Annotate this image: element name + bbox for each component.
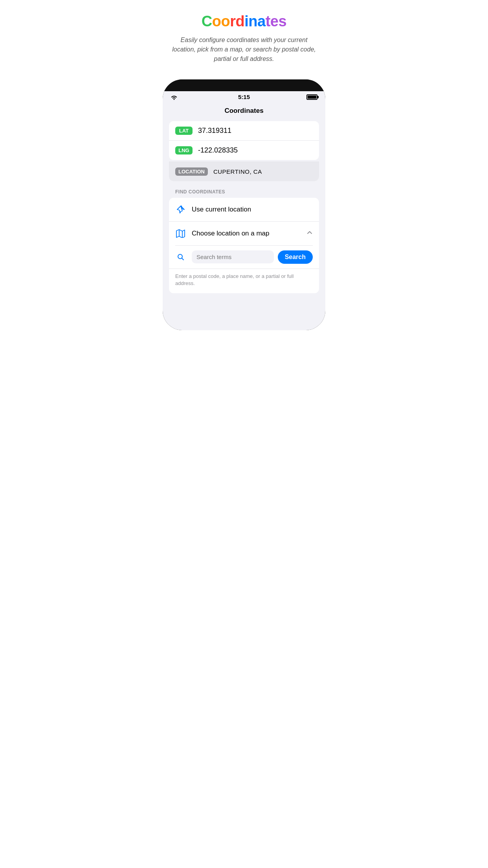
screen-content: Coordinates LAT 37.319311 LNG -122.02833… (163, 102, 325, 330)
location-value: CUPERTINO, CA (213, 168, 262, 175)
lat-value: 37.319311 (198, 127, 231, 135)
location-badge: LOCATION (175, 167, 208, 176)
battery-fill (308, 96, 316, 99)
choose-map-row[interactable]: Choose location on a map (169, 222, 319, 245)
search-icon (175, 252, 186, 263)
search-input[interactable] (196, 254, 269, 260)
search-hint: Enter a postal code, a place name, or a … (169, 269, 319, 293)
battery-icon (306, 94, 317, 100)
search-button[interactable]: Search (278, 250, 313, 264)
status-right (306, 94, 317, 100)
promo-subtitle: Easily configure coordinates with your c… (172, 35, 316, 64)
lat-badge: LAT (175, 127, 193, 135)
promo-title: Coordinates (172, 13, 316, 31)
lat-row: LAT 37.319311 (169, 121, 319, 141)
location-row: LOCATION CUPERTINO, CA (169, 162, 319, 181)
phone-screen: 5:15 Coordinates LAT 37.319311 LNG (163, 91, 325, 330)
search-input-wrapper (192, 250, 274, 263)
status-bar: 5:15 (163, 91, 325, 102)
lng-row: LNG -122.028335 (169, 141, 319, 160)
nav-title: Coordinates (163, 102, 325, 121)
lng-badge: LNG (175, 146, 193, 154)
wifi-icon (171, 94, 178, 100)
status-time: 5:15 (238, 94, 250, 100)
lng-value: -122.028335 (198, 146, 238, 154)
find-coordinates-card: Use current location Choose location on … (169, 198, 319, 293)
status-left (171, 94, 178, 100)
chevron-up-icon (306, 230, 313, 237)
promo-section: Coordinates Easily configure coordinates… (163, 0, 325, 72)
location-arrow-icon (175, 204, 186, 215)
coordinates-card: LAT 37.319311 LNG -122.028335 (169, 121, 319, 160)
find-section-header: FIND COORDINATES (163, 181, 325, 198)
map-icon (175, 228, 186, 239)
search-row: Search (169, 246, 319, 269)
use-current-location-label: Use current location (192, 206, 313, 213)
use-current-location-row[interactable]: Use current location (169, 198, 319, 222)
phone-frame: 5:15 Coordinates LAT 37.319311 LNG (163, 79, 325, 330)
choose-map-label: Choose location on a map (192, 230, 306, 237)
phone-notch (163, 79, 325, 91)
